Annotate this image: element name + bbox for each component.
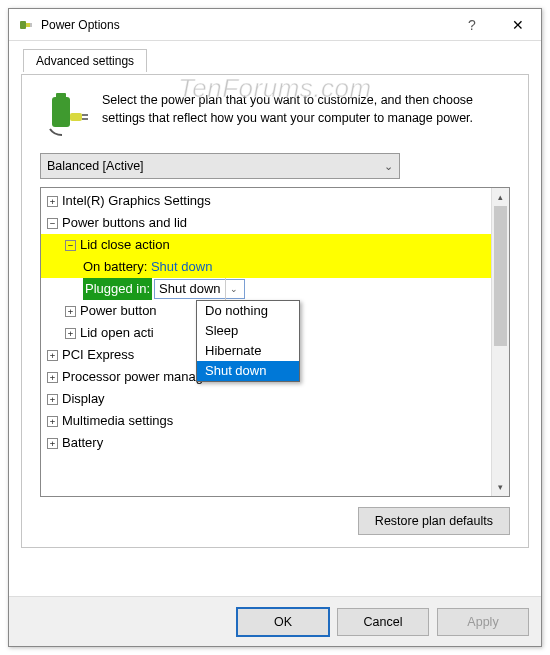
- plugged-in-combo[interactable]: Shut down ⌄: [154, 279, 244, 299]
- tree-node-graphics[interactable]: +Intel(R) Graphics Settings: [41, 190, 509, 212]
- svg-rect-6: [70, 113, 82, 121]
- collapse-icon[interactable]: −: [47, 218, 58, 229]
- plugged-in-dropdown: Do nothing Sleep Hibernate Shut down: [196, 300, 300, 382]
- collapse-icon[interactable]: −: [65, 240, 76, 251]
- dropdown-option-hibernate[interactable]: Hibernate: [197, 341, 299, 361]
- expand-icon[interactable]: +: [47, 416, 58, 427]
- svg-rect-5: [56, 93, 66, 99]
- expand-icon[interactable]: +: [47, 438, 58, 449]
- power-plug-icon: [17, 17, 33, 33]
- tab-body: Select the power plan that you want to c…: [21, 74, 529, 548]
- expand-icon[interactable]: +: [47, 350, 58, 361]
- dropdown-option-sleep[interactable]: Sleep: [197, 321, 299, 341]
- chevron-down-icon: ⌄: [384, 160, 393, 173]
- expand-icon[interactable]: +: [47, 394, 58, 405]
- intro-text: Select the power plan that you want to c…: [102, 91, 508, 127]
- scrollbar[interactable]: ▴ ▾: [491, 188, 509, 496]
- svg-rect-4: [52, 97, 70, 127]
- battery-plug-icon: [42, 91, 90, 139]
- restore-defaults-button[interactable]: Restore plan defaults: [358, 507, 510, 535]
- window-title: Power Options: [41, 18, 449, 32]
- tree-node-battery[interactable]: +Battery: [41, 432, 509, 454]
- chevron-down-icon: ⌄: [225, 278, 242, 300]
- tree-node-plugged-in[interactable]: Plugged in: Shut down ⌄: [41, 278, 509, 300]
- cancel-button[interactable]: Cancel: [337, 608, 429, 636]
- scroll-thumb[interactable]: [494, 206, 507, 346]
- apply-button[interactable]: Apply: [437, 608, 529, 636]
- tree-node-on-battery[interactable]: On battery: Shut down: [41, 256, 509, 278]
- help-button[interactable]: ?: [449, 9, 495, 41]
- plugged-in-value: Shut down: [159, 278, 220, 300]
- close-button[interactable]: ✕: [495, 9, 541, 41]
- tree-node-multimedia[interactable]: +Multimedia settings: [41, 410, 509, 432]
- tree-node-power-buttons-lid[interactable]: −Power buttons and lid: [41, 212, 509, 234]
- svg-rect-1: [26, 23, 30, 27]
- settings-tree: +Intel(R) Graphics Settings −Power butto…: [40, 187, 510, 497]
- scroll-up-icon[interactable]: ▴: [492, 188, 509, 206]
- dropdown-option-shut-down[interactable]: Shut down: [197, 361, 299, 381]
- expand-icon[interactable]: +: [47, 196, 58, 207]
- scroll-down-icon[interactable]: ▾: [492, 478, 509, 496]
- dropdown-option-do-nothing[interactable]: Do nothing: [197, 301, 299, 321]
- svg-rect-0: [20, 21, 26, 29]
- tab-advanced-settings[interactable]: Advanced settings: [23, 49, 147, 72]
- content-area: Advanced settings Select the power plan …: [9, 41, 541, 560]
- power-plan-select[interactable]: Balanced [Active] ⌄: [40, 153, 400, 179]
- plan-select-value: Balanced [Active]: [47, 159, 144, 173]
- tree-node-lid-close-action[interactable]: −Lid close action: [41, 234, 509, 256]
- expand-icon[interactable]: +: [47, 372, 58, 383]
- power-options-window: Power Options ? ✕ Advanced settings Sele…: [8, 8, 542, 647]
- titlebar: Power Options ? ✕: [9, 9, 541, 41]
- on-battery-value: Shut down: [151, 256, 212, 278]
- expand-icon[interactable]: +: [65, 306, 76, 317]
- ok-button[interactable]: OK: [237, 608, 329, 636]
- intro-row: Select the power plan that you want to c…: [34, 87, 516, 153]
- expand-icon[interactable]: +: [65, 328, 76, 339]
- tab-strip: Advanced settings: [21, 49, 529, 75]
- tree-node-display[interactable]: +Display: [41, 388, 509, 410]
- dialog-footer: OK Cancel Apply: [9, 596, 541, 646]
